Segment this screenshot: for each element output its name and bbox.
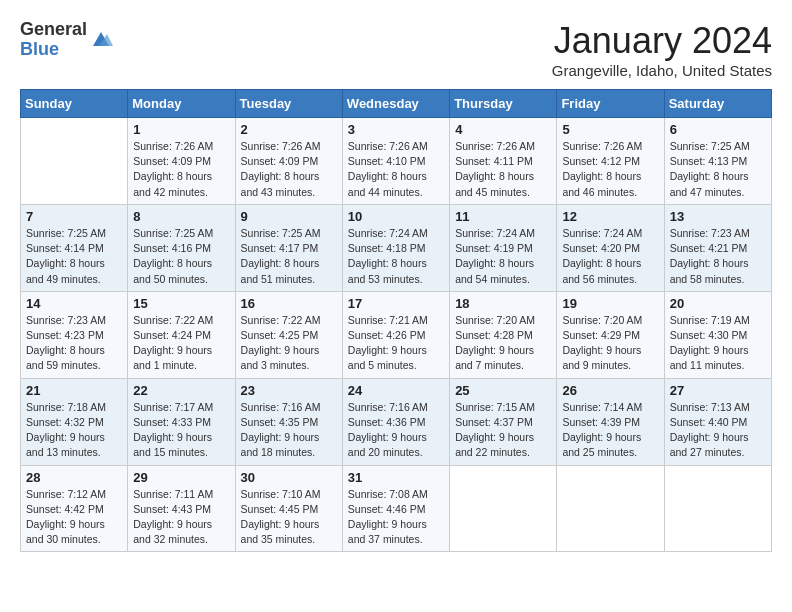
- day-number: 13: [670, 209, 766, 224]
- day-cell: [21, 118, 128, 205]
- day-info: Sunrise: 7:26 AMSunset: 4:11 PMDaylight:…: [455, 140, 535, 198]
- logo-icon: [89, 28, 113, 52]
- day-info: Sunrise: 7:26 AMSunset: 4:09 PMDaylight:…: [241, 140, 321, 198]
- day-info: Sunrise: 7:25 AMSunset: 4:14 PMDaylight:…: [26, 227, 106, 285]
- day-cell: 4Sunrise: 7:26 AMSunset: 4:11 PMDaylight…: [450, 118, 557, 205]
- day-cell: 15Sunrise: 7:22 AMSunset: 4:24 PMDayligh…: [128, 291, 235, 378]
- day-cell: 3Sunrise: 7:26 AMSunset: 4:10 PMDaylight…: [342, 118, 449, 205]
- day-info: Sunrise: 7:25 AMSunset: 4:16 PMDaylight:…: [133, 227, 213, 285]
- day-info: Sunrise: 7:11 AMSunset: 4:43 PMDaylight:…: [133, 488, 213, 546]
- header-cell-saturday: Saturday: [664, 90, 771, 118]
- day-cell: 24Sunrise: 7:16 AMSunset: 4:36 PMDayligh…: [342, 378, 449, 465]
- day-cell: 21Sunrise: 7:18 AMSunset: 4:32 PMDayligh…: [21, 378, 128, 465]
- day-info: Sunrise: 7:10 AMSunset: 4:45 PMDaylight:…: [241, 488, 321, 546]
- day-number: 8: [133, 209, 229, 224]
- day-number: 28: [26, 470, 122, 485]
- day-info: Sunrise: 7:26 AMSunset: 4:10 PMDaylight:…: [348, 140, 428, 198]
- day-number: 3: [348, 122, 444, 137]
- day-number: 10: [348, 209, 444, 224]
- header-row: SundayMondayTuesdayWednesdayThursdayFrid…: [21, 90, 772, 118]
- day-info: Sunrise: 7:20 AMSunset: 4:29 PMDaylight:…: [562, 314, 642, 372]
- day-number: 24: [348, 383, 444, 398]
- day-cell: 30Sunrise: 7:10 AMSunset: 4:45 PMDayligh…: [235, 465, 342, 552]
- header-cell-sunday: Sunday: [21, 90, 128, 118]
- day-number: 1: [133, 122, 229, 137]
- day-info: Sunrise: 7:16 AMSunset: 4:36 PMDaylight:…: [348, 401, 428, 459]
- day-cell: 12Sunrise: 7:24 AMSunset: 4:20 PMDayligh…: [557, 204, 664, 291]
- day-cell: 14Sunrise: 7:23 AMSunset: 4:23 PMDayligh…: [21, 291, 128, 378]
- day-number: 17: [348, 296, 444, 311]
- day-info: Sunrise: 7:20 AMSunset: 4:28 PMDaylight:…: [455, 314, 535, 372]
- day-cell: 25Sunrise: 7:15 AMSunset: 4:37 PMDayligh…: [450, 378, 557, 465]
- logo: General Blue: [20, 20, 113, 60]
- day-number: 31: [348, 470, 444, 485]
- day-cell: 11Sunrise: 7:24 AMSunset: 4:19 PMDayligh…: [450, 204, 557, 291]
- title-block: January 2024 Grangeville, Idaho, United …: [552, 20, 772, 79]
- day-info: Sunrise: 7:26 AMSunset: 4:12 PMDaylight:…: [562, 140, 642, 198]
- day-number: 20: [670, 296, 766, 311]
- calendar-table: SundayMondayTuesdayWednesdayThursdayFrid…: [20, 89, 772, 552]
- page-header: General Blue January 2024 Grangeville, I…: [20, 20, 772, 79]
- day-number: 30: [241, 470, 337, 485]
- day-number: 26: [562, 383, 658, 398]
- day-number: 9: [241, 209, 337, 224]
- day-cell: 7Sunrise: 7:25 AMSunset: 4:14 PMDaylight…: [21, 204, 128, 291]
- day-info: Sunrise: 7:24 AMSunset: 4:20 PMDaylight:…: [562, 227, 642, 285]
- day-info: Sunrise: 7:17 AMSunset: 4:33 PMDaylight:…: [133, 401, 213, 459]
- day-number: 18: [455, 296, 551, 311]
- day-info: Sunrise: 7:16 AMSunset: 4:35 PMDaylight:…: [241, 401, 321, 459]
- location: Grangeville, Idaho, United States: [552, 62, 772, 79]
- day-info: Sunrise: 7:15 AMSunset: 4:37 PMDaylight:…: [455, 401, 535, 459]
- day-number: 25: [455, 383, 551, 398]
- day-cell: 13Sunrise: 7:23 AMSunset: 4:21 PMDayligh…: [664, 204, 771, 291]
- day-cell: 5Sunrise: 7:26 AMSunset: 4:12 PMDaylight…: [557, 118, 664, 205]
- day-cell: 1Sunrise: 7:26 AMSunset: 4:09 PMDaylight…: [128, 118, 235, 205]
- month-title: January 2024: [552, 20, 772, 62]
- day-cell: 26Sunrise: 7:14 AMSunset: 4:39 PMDayligh…: [557, 378, 664, 465]
- header-cell-friday: Friday: [557, 90, 664, 118]
- day-cell: 20Sunrise: 7:19 AMSunset: 4:30 PMDayligh…: [664, 291, 771, 378]
- week-row-3: 21Sunrise: 7:18 AMSunset: 4:32 PMDayligh…: [21, 378, 772, 465]
- day-number: 27: [670, 383, 766, 398]
- day-info: Sunrise: 7:12 AMSunset: 4:42 PMDaylight:…: [26, 488, 106, 546]
- day-info: Sunrise: 7:23 AMSunset: 4:21 PMDaylight:…: [670, 227, 750, 285]
- logo-blue: Blue: [20, 40, 87, 60]
- week-row-4: 28Sunrise: 7:12 AMSunset: 4:42 PMDayligh…: [21, 465, 772, 552]
- day-cell: 19Sunrise: 7:20 AMSunset: 4:29 PMDayligh…: [557, 291, 664, 378]
- day-number: 14: [26, 296, 122, 311]
- day-info: Sunrise: 7:08 AMSunset: 4:46 PMDaylight:…: [348, 488, 428, 546]
- logo-general: General: [20, 20, 87, 40]
- day-info: Sunrise: 7:24 AMSunset: 4:19 PMDaylight:…: [455, 227, 535, 285]
- day-cell: 31Sunrise: 7:08 AMSunset: 4:46 PMDayligh…: [342, 465, 449, 552]
- day-cell: 10Sunrise: 7:24 AMSunset: 4:18 PMDayligh…: [342, 204, 449, 291]
- day-cell: [664, 465, 771, 552]
- week-row-2: 14Sunrise: 7:23 AMSunset: 4:23 PMDayligh…: [21, 291, 772, 378]
- day-number: 4: [455, 122, 551, 137]
- day-cell: 22Sunrise: 7:17 AMSunset: 4:33 PMDayligh…: [128, 378, 235, 465]
- day-info: Sunrise: 7:25 AMSunset: 4:17 PMDaylight:…: [241, 227, 321, 285]
- header-cell-tuesday: Tuesday: [235, 90, 342, 118]
- day-cell: 9Sunrise: 7:25 AMSunset: 4:17 PMDaylight…: [235, 204, 342, 291]
- day-number: 29: [133, 470, 229, 485]
- day-number: 15: [133, 296, 229, 311]
- day-cell: 2Sunrise: 7:26 AMSunset: 4:09 PMDaylight…: [235, 118, 342, 205]
- day-info: Sunrise: 7:22 AMSunset: 4:24 PMDaylight:…: [133, 314, 213, 372]
- day-cell: 27Sunrise: 7:13 AMSunset: 4:40 PMDayligh…: [664, 378, 771, 465]
- header-cell-monday: Monday: [128, 90, 235, 118]
- day-cell: 23Sunrise: 7:16 AMSunset: 4:35 PMDayligh…: [235, 378, 342, 465]
- day-number: 16: [241, 296, 337, 311]
- day-cell: 8Sunrise: 7:25 AMSunset: 4:16 PMDaylight…: [128, 204, 235, 291]
- day-info: Sunrise: 7:13 AMSunset: 4:40 PMDaylight:…: [670, 401, 750, 459]
- day-cell: 16Sunrise: 7:22 AMSunset: 4:25 PMDayligh…: [235, 291, 342, 378]
- day-number: 6: [670, 122, 766, 137]
- day-number: 5: [562, 122, 658, 137]
- day-info: Sunrise: 7:26 AMSunset: 4:09 PMDaylight:…: [133, 140, 213, 198]
- day-number: 21: [26, 383, 122, 398]
- day-info: Sunrise: 7:21 AMSunset: 4:26 PMDaylight:…: [348, 314, 428, 372]
- day-info: Sunrise: 7:25 AMSunset: 4:13 PMDaylight:…: [670, 140, 750, 198]
- day-cell: 29Sunrise: 7:11 AMSunset: 4:43 PMDayligh…: [128, 465, 235, 552]
- header-cell-wednesday: Wednesday: [342, 90, 449, 118]
- day-number: 22: [133, 383, 229, 398]
- day-info: Sunrise: 7:24 AMSunset: 4:18 PMDaylight:…: [348, 227, 428, 285]
- day-number: 19: [562, 296, 658, 311]
